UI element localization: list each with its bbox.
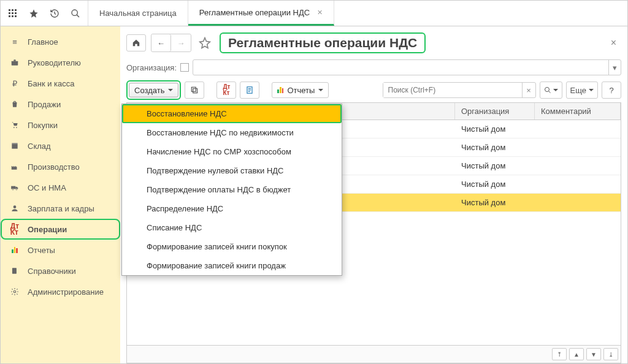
nav-up-button[interactable]: ▲	[569, 348, 584, 360]
svg-rect-22	[192, 87, 196, 91]
svg-rect-14	[12, 143, 17, 144]
svg-point-12	[16, 127, 17, 128]
cell-org: Чистый дом	[455, 143, 535, 152]
sidebar-item-label: Склад	[28, 142, 51, 151]
factory-icon	[9, 162, 20, 171]
svg-rect-19	[12, 268, 17, 273]
chart-icon	[9, 247, 20, 253]
sidebar-item-label: Операции	[28, 225, 67, 234]
dk-button[interactable]: ДтКт	[216, 82, 236, 99]
org-checkbox[interactable]	[180, 63, 189, 72]
find-button[interactable]	[540, 82, 562, 99]
sidebar-item-operations[interactable]: ДтКтОперации	[1, 219, 120, 240]
chart-icon	[277, 87, 283, 93]
chevron-down-icon[interactable]: ▾	[608, 60, 621, 75]
create-menu-item[interactable]: Формирование записей книги покупок	[122, 237, 342, 256]
org-select[interactable]: ▾	[193, 59, 621, 75]
sidebar-item-main[interactable]: ≡Главное	[1, 31, 120, 52]
box-icon	[9, 142, 20, 150]
home-icon: ≡	[9, 37, 20, 47]
page-title-highlight: Регламентные операции НДС	[220, 32, 426, 53]
star-icon[interactable]	[25, 5, 42, 22]
create-menu-item[interactable]: Подтверждение нулевой ставки НДС	[122, 161, 342, 180]
search-field[interactable]: ×	[383, 82, 536, 98]
help-button[interactable]: ?	[602, 82, 621, 99]
svg-rect-13	[12, 144, 17, 149]
sidebar-item-reports[interactable]: Отчеты	[1, 240, 120, 260]
svg-point-9	[72, 10, 77, 15]
create-menu-item[interactable]: Распределение НДС	[122, 199, 342, 218]
caret-down-icon	[168, 89, 173, 94]
svg-point-20	[13, 290, 16, 293]
create-menu-item[interactable]: Подтверждение оплаты НДС в бюджет	[122, 180, 342, 199]
svg-point-18	[13, 205, 17, 208]
svg-rect-21	[193, 89, 197, 93]
cart-icon	[9, 121, 20, 129]
close-icon[interactable]: ✕	[317, 9, 323, 17]
close-panel-button[interactable]: ×	[606, 35, 621, 51]
person-icon	[9, 204, 20, 213]
svg-rect-6	[9, 15, 10, 17]
sidebar-item-hr[interactable]: Зарплата и кадры	[1, 198, 120, 219]
create-menu-item[interactable]: Списание НДС	[122, 218, 342, 237]
col-header-org[interactable]: Организация	[455, 103, 535, 119]
create-button[interactable]: Создать	[129, 83, 178, 97]
svg-rect-4	[12, 12, 13, 14]
document-button[interactable]	[240, 82, 259, 99]
reports-button[interactable]: Отчеты	[272, 82, 329, 98]
gear-icon	[9, 287, 20, 296]
sidebar-item-purchases[interactable]: Покупки	[1, 115, 120, 135]
search-icon[interactable]	[67, 5, 84, 22]
svg-point-11	[13, 127, 15, 128]
sidebar-item-refs[interactable]: Справочники	[1, 260, 120, 281]
sidebar-item-label: Производство	[28, 162, 80, 172]
clear-search-button[interactable]: ×	[522, 83, 535, 97]
favorite-icon[interactable]	[196, 37, 213, 49]
cell-org: Чистый дом	[455, 124, 535, 134]
bag-icon	[9, 100, 20, 108]
nav-first-button[interactable]: ⤒	[552, 348, 567, 360]
search-input[interactable]	[383, 83, 522, 97]
svg-rect-10	[12, 61, 18, 66]
home-button[interactable]	[126, 34, 146, 51]
sidebar-item-manager[interactable]: Руководителю	[1, 52, 120, 73]
more-button[interactable]: Еще	[566, 82, 598, 99]
create-menu-item[interactable]: Формирование записей книги продаж	[122, 256, 342, 275]
svg-point-16	[12, 189, 13, 190]
forward-button[interactable]: →	[171, 34, 191, 51]
svg-point-17	[16, 189, 17, 190]
cell-org: Чистый дом	[455, 198, 535, 207]
org-label: Организация:	[126, 63, 177, 72]
create-menu-item[interactable]: Восстановление НДС	[122, 104, 342, 123]
svg-rect-2	[15, 9, 17, 11]
page-title: Регламентные операции НДС	[228, 36, 417, 50]
sidebar-item-label: Зарплата и кадры	[28, 204, 94, 213]
nav-last-button[interactable]: ⤓	[603, 348, 618, 360]
ruble-icon: ₽	[9, 79, 20, 88]
sidebar-item-production[interactable]: Производство	[1, 156, 120, 177]
tab-home[interactable]: Начальная страница	[88, 1, 188, 26]
create-menu-item[interactable]: Восстановление НДС по недвижимости	[122, 123, 342, 142]
nav-down-button[interactable]: ▼	[586, 348, 601, 360]
sidebar-item-warehouse[interactable]: Склад	[1, 135, 120, 156]
col-header-comment[interactable]: Комментарий	[535, 103, 621, 119]
sidebar-item-label: Администрирование	[28, 287, 104, 297]
svg-rect-1	[12, 9, 13, 11]
sidebar-item-bank[interactable]: ₽Банк и касса	[1, 73, 120, 94]
apps-icon[interactable]	[4, 5, 21, 22]
sidebar-item-assets[interactable]: ОС и НМА	[1, 177, 120, 198]
cell-org: Чистый дом	[455, 180, 535, 189]
back-button[interactable]: ←	[151, 34, 171, 51]
history-icon[interactable]	[46, 5, 63, 22]
tab-nds-operations[interactable]: Регламентные операции НДС ✕	[188, 1, 334, 26]
sidebar-item-sales[interactable]: Продажи	[1, 94, 120, 115]
sidebar-item-label: Продажи	[28, 100, 61, 109]
svg-point-24	[545, 88, 549, 92]
create-menu-item[interactable]: Начисление НДС по СМР хозспособом	[122, 142, 342, 161]
copy-button[interactable]	[185, 82, 204, 99]
briefcase-icon	[9, 58, 20, 67]
tab-label: Регламентные операции НДС	[199, 8, 310, 17]
caret-down-icon	[318, 89, 323, 94]
svg-rect-8	[15, 15, 17, 17]
sidebar-item-admin[interactable]: Администрирование	[1, 281, 120, 302]
